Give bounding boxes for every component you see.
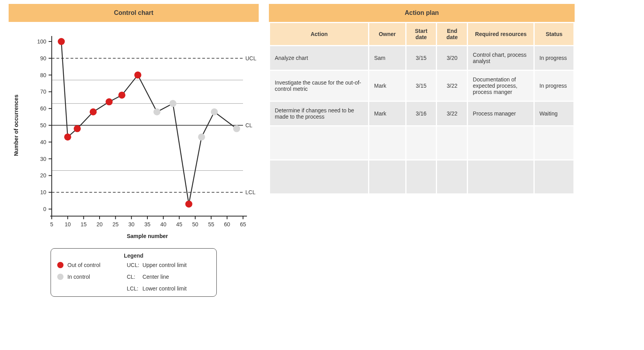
col-resources: Required resources [468, 23, 533, 45]
svg-text:60: 60 [40, 105, 46, 112]
svg-text:10: 10 [65, 221, 71, 227]
data-point [134, 72, 141, 79]
cell-start: 3/16 [406, 102, 436, 125]
legend-ucl-abbr: UCL: [127, 262, 140, 268]
svg-text:15: 15 [81, 221, 87, 227]
cell-start: 3/15 [406, 46, 436, 70]
col-owner: Owner [369, 23, 405, 45]
limit-label: LCL [245, 189, 256, 195]
cell-status [535, 126, 573, 159]
action-plan-panel: Action plan Action Owner Start date End … [269, 4, 575, 195]
cell-owner [369, 161, 405, 193]
svg-text:80: 80 [40, 72, 46, 78]
svg-text:65: 65 [240, 221, 246, 227]
control-chart-panel: Control chart UCLCLLCL010203040506070809… [9, 4, 259, 297]
legend-lcl-abbr: LCL: [127, 285, 140, 292]
data-point [153, 108, 160, 115]
svg-text:5: 5 [50, 221, 53, 227]
legend-lcl: LCL: Lower control limit [127, 285, 210, 292]
legend-cl-full: Center line [142, 274, 169, 280]
data-point [118, 92, 125, 99]
dot-icon [57, 262, 63, 268]
col-action: Action [270, 23, 368, 45]
cell-end: 3/22 [437, 102, 467, 125]
control-chart: UCLCLLCL01020304050607080901005101520253… [9, 22, 259, 241]
limit-label: UCL [245, 55, 256, 61]
svg-text:40: 40 [40, 139, 46, 145]
x-axis-label: Sample number [127, 233, 168, 239]
svg-text:30: 30 [129, 221, 135, 227]
cell-end [437, 126, 467, 159]
data-point [185, 200, 192, 207]
cell-action [270, 126, 368, 159]
cell-resources: Documentation of expected process, proce… [468, 71, 533, 101]
legend-in-label: In control [67, 274, 90, 280]
svg-text:50: 50 [40, 122, 46, 128]
legend: Legend Out of control In control UCL: [51, 248, 217, 297]
data-point [90, 108, 97, 115]
cell-resources: Control chart, process analyst [468, 46, 533, 70]
cell-owner: Mark [369, 71, 405, 101]
legend-out-of-control: Out of control [57, 262, 120, 268]
cell-owner: Mark [369, 102, 405, 125]
svg-text:70: 70 [40, 88, 46, 95]
action-plan-table: Action Owner Start date End date Require… [269, 22, 575, 195]
table-row [270, 161, 573, 193]
data-point [211, 108, 218, 115]
cell-end: 3/22 [437, 71, 467, 101]
table-row: Analyze chartSam3/153/20Control chart, p… [270, 46, 573, 70]
data-point [74, 125, 81, 132]
cell-resources [468, 126, 533, 159]
svg-text:45: 45 [176, 221, 183, 227]
cell-status: In progress [535, 46, 573, 70]
cell-end [437, 161, 467, 193]
legend-ucl-full: Upper control limit [142, 262, 187, 268]
cell-status [535, 161, 573, 193]
legend-cl-abbr: CL: [127, 274, 140, 280]
y-axis-label: Number of occurrences [13, 94, 19, 156]
cell-start [406, 161, 436, 193]
svg-text:90: 90 [40, 55, 46, 61]
svg-text:30: 30 [40, 156, 46, 162]
svg-text:10: 10 [40, 189, 46, 195]
data-point [169, 100, 176, 107]
cell-owner [369, 126, 405, 159]
cell-action: Investigate the cause for the out-of-con… [270, 71, 368, 101]
svg-text:20: 20 [40, 172, 46, 179]
dot-icon [57, 274, 63, 280]
svg-text:100: 100 [37, 38, 47, 45]
cell-action [270, 161, 368, 193]
data-point [198, 134, 205, 141]
cell-status: Waiting [535, 102, 573, 125]
control-chart-svg: UCLCLLCL01020304050607080901005101520253… [9, 22, 259, 241]
cell-resources [468, 161, 533, 193]
cell-start [406, 126, 436, 159]
legend-cl: CL: Center line [127, 274, 210, 280]
svg-text:20: 20 [96, 221, 103, 227]
svg-text:40: 40 [160, 221, 167, 227]
cell-status: In progress [535, 71, 573, 101]
legend-out-label: Out of control [67, 262, 100, 268]
col-start: Start date [406, 23, 436, 45]
data-point [58, 38, 65, 45]
svg-text:50: 50 [192, 221, 198, 227]
svg-text:55: 55 [208, 221, 214, 227]
svg-text:35: 35 [144, 221, 151, 227]
table-row [270, 126, 573, 159]
cell-owner: Sam [369, 46, 405, 70]
legend-ucl: UCL: Upper control limit [127, 262, 210, 268]
limit-label: CL [245, 122, 252, 128]
table-row: Determine if changes need to be made to … [270, 102, 573, 125]
legend-in-control: In control [57, 274, 120, 280]
svg-text:25: 25 [112, 221, 119, 227]
cell-action: Analyze chart [270, 46, 368, 70]
cell-start: 3/15 [406, 71, 436, 101]
cell-end: 3/20 [437, 46, 467, 70]
control-chart-title: Control chart [9, 4, 259, 22]
action-plan-title: Action plan [269, 4, 575, 22]
legend-title: Legend [57, 253, 210, 259]
data-point [233, 125, 240, 132]
data-point [105, 98, 112, 105]
legend-lcl-full: Lower control limit [142, 285, 187, 292]
data-point [64, 134, 71, 141]
